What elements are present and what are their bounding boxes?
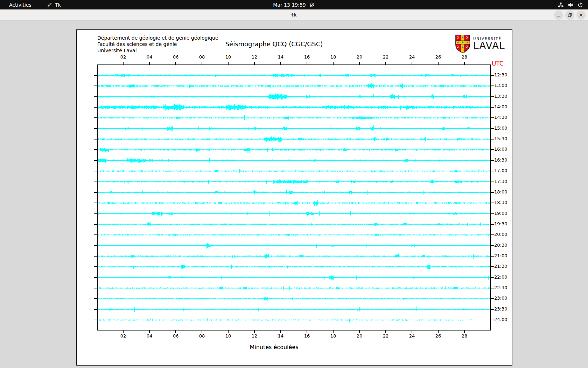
row-time-label: 12:30 [494, 72, 507, 77]
x-tick-label-top: 12 [249, 54, 260, 60]
header-line-3: Université Laval [97, 47, 218, 54]
row-tick-right [491, 160, 494, 161]
row-tick-left [94, 86, 97, 86]
x-tick-label-top: 16 [302, 54, 312, 60]
row-tick-right [491, 277, 494, 278]
logo-laval-label: LAVAL [473, 41, 505, 51]
row-tick-right [491, 203, 494, 203]
header-text: Département de géologie et de génie géol… [97, 35, 218, 54]
activities-button[interactable]: Activities [6, 0, 35, 9]
row-tick-left [94, 139, 97, 139]
x-tick-label-bottom: 26 [433, 333, 443, 339]
row-time-label: 20:00 [494, 232, 507, 237]
row-tick-left [94, 203, 97, 203]
row-tick-right [491, 234, 494, 235]
row-tick-left [94, 224, 97, 225]
row-time-label: 22:00 [494, 274, 507, 280]
row-tick-right [491, 298, 494, 299]
x-tick-top [202, 62, 202, 64]
x-tick-top [412, 62, 412, 64]
x-tick-label-top: 06 [170, 54, 181, 60]
row-tick-right [491, 128, 494, 129]
row-tick-left [94, 256, 97, 257]
row-tick-left [94, 182, 97, 182]
x-tick-top [464, 62, 465, 64]
x-tick-top [175, 62, 176, 64]
x-tick-label-bottom: 28 [459, 333, 470, 339]
row-time-label: 16:00 [494, 146, 507, 152]
row-tick-right [491, 171, 494, 171]
x-tick-top [123, 62, 124, 64]
row-time-label: 21:00 [494, 253, 507, 258]
maximize-button[interactable] [565, 11, 574, 20]
row-tick-right [491, 107, 494, 108]
row-tick-left [94, 213, 97, 214]
x-tick-bottom [307, 330, 307, 333]
row-tick-left [94, 160, 97, 161]
app-menu-button[interactable]: Tk [43, 0, 64, 9]
tk-window-content: Département de géologie et de génie géol… [0, 21, 588, 368]
row-tick-left [94, 96, 97, 97]
row-tick-left [94, 192, 97, 193]
x-tick-label-bottom: 18 [328, 333, 338, 339]
x-tick-label-bottom: 24 [407, 333, 417, 339]
row-tick-left [94, 171, 97, 171]
clock-label: Mar 13 19:59 [273, 2, 306, 8]
row-tick-right [491, 149, 494, 150]
row-tick-left [94, 75, 97, 76]
x-tick-bottom [333, 330, 334, 333]
clock-menu-button[interactable]: Mar 13 19:59 [273, 0, 315, 9]
x-tick-bottom [359, 330, 360, 333]
window-titlebar[interactable]: tk [0, 9, 588, 21]
minimize-icon [556, 12, 561, 18]
row-tick-right [491, 224, 494, 225]
system-status-menu[interactable] [558, 0, 583, 9]
row-tick-left [94, 149, 97, 150]
x-tick-top [228, 62, 229, 64]
x-tick-label-top: 26 [433, 54, 443, 60]
volume-icon [568, 2, 573, 8]
chart-title: Séismographe QCQ (CGC/GSC) [204, 40, 344, 48]
window-title: tk [0, 9, 588, 20]
row-tick-left [94, 277, 97, 278]
laval-shield-icon [455, 34, 470, 53]
row-tick-right [491, 192, 494, 193]
x-tick-label-top: 28 [459, 54, 470, 60]
row-tick-left [94, 245, 97, 246]
laval-wordmark: UNIVERSITÉ LAVAL [473, 37, 505, 51]
desktop: Activities Tk Mar 13 19:59 [0, 0, 588, 368]
x-tick-label-bottom: 14 [275, 333, 286, 339]
app-menu-label: Tk [55, 2, 61, 8]
row-tick-left [94, 288, 97, 288]
row-time-label: 17:00 [494, 168, 507, 173]
row-time-label: 13:30 [494, 94, 507, 99]
row-tick-right [491, 256, 494, 257]
xaxis-title: Minutes écoulées [204, 344, 344, 350]
row-time-label: 19:00 [494, 211, 507, 216]
x-tick-label-top: 20 [354, 54, 365, 60]
row-tick-left [94, 298, 97, 299]
power-icon [578, 2, 583, 8]
x-tick-top [438, 62, 439, 64]
row-tick-right [491, 117, 494, 118]
close-icon [578, 12, 584, 18]
x-tick-label-top: 22 [380, 54, 391, 60]
x-tick-label-top: 02 [118, 54, 128, 60]
close-button[interactable] [576, 11, 586, 20]
row-time-label: 20:30 [494, 243, 507, 248]
x-tick-label-bottom: 06 [170, 333, 181, 339]
row-tick-right [491, 139, 494, 139]
x-tick-label-top: 04 [144, 54, 155, 60]
row-time-label: 15:00 [494, 125, 507, 131]
x-tick-label-bottom: 10 [223, 333, 233, 339]
row-tick-right [491, 320, 494, 320]
x-tick-label-top: 24 [407, 54, 417, 60]
row-time-label: 18:00 [494, 189, 507, 195]
row-tick-left [94, 117, 97, 118]
row-tick-left [94, 107, 97, 108]
x-tick-bottom [385, 330, 386, 333]
minimize-button[interactable] [554, 11, 563, 20]
x-tick-bottom [464, 330, 465, 333]
row-tick-left [94, 266, 97, 267]
row-time-label: 24:00 [494, 317, 507, 322]
